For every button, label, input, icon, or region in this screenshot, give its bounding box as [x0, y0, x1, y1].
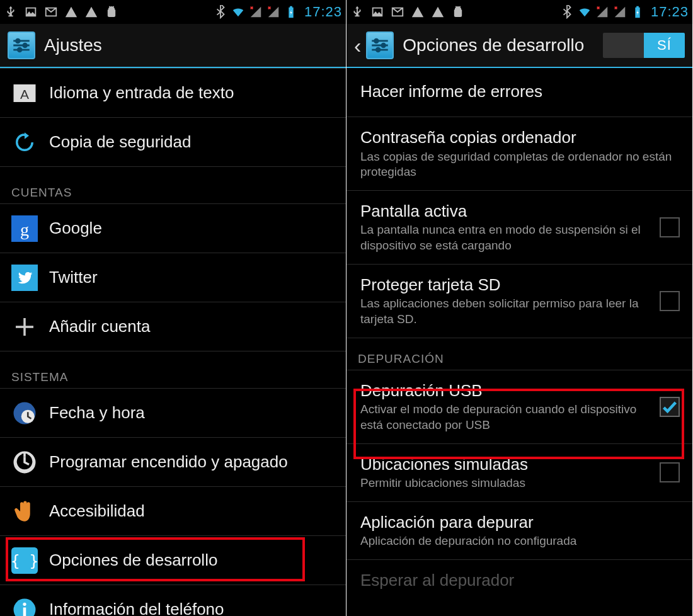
status-left-icons — [350, 5, 465, 19]
braces-icon: { } — [11, 547, 38, 574]
status-right-icons: 17:23 — [560, 4, 689, 20]
row-backup-password[interactable]: Contraseña copias ordenador Las copias d… — [346, 117, 692, 191]
settings-list[interactable]: A Idioma y entrada de texto Copia de seg… — [0, 68, 346, 616]
row-title: Hacer informe de errores — [360, 81, 680, 102]
phone-left: 17:23 Ajustes A Idioma y entrada de text… — [0, 0, 346, 616]
android-icon — [451, 5, 465, 19]
row-title: Pantalla activa — [360, 201, 652, 222]
row-add-account[interactable]: Añadir cuenta — [0, 302, 346, 351]
row-title: Depuración USB — [360, 380, 652, 401]
wifi-icon — [231, 5, 245, 19]
row-bug-report[interactable]: Hacer informe de errores — [346, 68, 692, 117]
row-dev-options[interactable]: { } Opciones de desarrollo — [0, 536, 346, 585]
row-protect-sd[interactable]: Proteger tarjeta SD Las aplicaciones deb… — [346, 265, 692, 338]
status-bar: 17:23 — [346, 0, 692, 24]
row-title: Ubicaciones simuladas — [360, 454, 652, 475]
row-phone-info[interactable]: Información del teléfono — [0, 585, 346, 616]
google-icon: g — [11, 215, 38, 242]
svg-text:{ }: { } — [11, 551, 38, 569]
keyboard-icon: A — [11, 80, 38, 106]
phone-right: 17:23 ‹ Opciones de desarrollo SÍ Hacer … — [346, 0, 693, 616]
settings-app-icon[interactable] — [366, 31, 394, 59]
row-label: Accesibilidad — [49, 501, 145, 522]
row-language-input[interactable]: A Idioma y entrada de texto — [0, 69, 346, 118]
row-twitter[interactable]: Twitter — [0, 253, 346, 302]
row-title: Esperar al depurador — [360, 570, 680, 591]
signal-no-sim-icon — [595, 5, 609, 19]
signal-no-sim-icon — [249, 5, 263, 19]
svg-rect-15 — [23, 608, 26, 617]
usb-icon — [350, 5, 364, 19]
row-debug-app[interactable]: Aplicación para depurar Aplicación de de… — [346, 502, 692, 560]
row-stay-awake[interactable]: Pantalla activa La pantalla nunca entra … — [346, 191, 692, 265]
usb-icon — [4, 5, 18, 19]
svg-point-16 — [375, 39, 379, 43]
checkbox-checked[interactable] — [660, 397, 680, 417]
signal-no-sim-icon — [266, 5, 280, 19]
section-system: SISTEMA — [0, 351, 346, 389]
clock-globe-icon — [11, 400, 38, 426]
row-wait-debugger: Esperar al depurador — [346, 560, 692, 602]
row-label: Twitter — [49, 267, 98, 288]
row-subtitle: Las aplicaciones deben solicitar permiso… — [360, 296, 652, 327]
back-icon[interactable]: ‹ — [354, 35, 361, 56]
warning-icon — [411, 5, 425, 19]
svg-point-1 — [23, 43, 27, 47]
warning-icon — [431, 5, 445, 19]
toggle-off-half — [603, 33, 644, 58]
row-accessibility[interactable]: Accesibilidad — [0, 487, 346, 536]
hand-icon — [11, 498, 38, 525]
row-label: Copia de seguridad — [49, 132, 192, 153]
row-label: Información del teléfono — [49, 599, 224, 616]
battery-charging-icon — [284, 5, 298, 19]
svg-point-2 — [18, 48, 21, 52]
master-toggle[interactable]: SÍ — [603, 33, 685, 58]
section-accounts: CUENTAS — [0, 167, 346, 204]
row-backup[interactable]: Copia de seguridad — [0, 118, 346, 167]
status-left-icons — [4, 5, 118, 19]
row-usb-debugging[interactable]: Depuración USB Activar el modo de depura… — [346, 370, 692, 444]
row-mock-locations[interactable]: Ubicaciones simuladas Permitir ubicacion… — [346, 444, 692, 502]
battery-charging-icon — [631, 5, 644, 19]
row-power-schedule[interactable]: Programar encendido y apagado — [0, 438, 346, 487]
checkbox[interactable] — [660, 217, 680, 237]
status-bar: 17:23 — [0, 0, 346, 24]
action-bar-settings: Ajustes — [0, 24, 346, 68]
wifi-icon — [578, 5, 592, 19]
bluetooth-icon — [214, 5, 227, 19]
row-label: Opciones de desarrollo — [49, 550, 217, 571]
clock: 17:23 — [651, 4, 689, 20]
action-bar-dev-options: ‹ Opciones de desarrollo SÍ — [346, 24, 692, 68]
svg-point-17 — [382, 43, 386, 47]
svg-point-0 — [16, 39, 20, 43]
row-label: Google — [49, 218, 102, 239]
row-label: Añadir cuenta — [49, 316, 150, 338]
mail-icon — [44, 5, 58, 19]
android-icon — [105, 5, 118, 19]
row-subtitle: Las copias de seguridad completas de ord… — [360, 149, 680, 180]
mail-icon — [391, 5, 404, 19]
row-title: Contraseña copias ordenador — [360, 127, 680, 148]
row-subtitle: Permitir ubicaciones simuladas — [360, 476, 652, 491]
row-label: Programar encendido y apagado — [49, 452, 288, 473]
dev-options-list[interactable]: Hacer informe de errores Contraseña copi… — [346, 68, 692, 602]
svg-point-18 — [377, 48, 381, 52]
row-label: Idioma y entrada de texto — [49, 83, 234, 104]
warning-icon — [84, 5, 98, 19]
power-clock-icon — [11, 449, 38, 476]
page-title: Ajustes — [44, 35, 338, 55]
backup-icon — [11, 129, 38, 156]
info-icon — [11, 596, 38, 616]
image-icon — [370, 5, 384, 19]
row-title: Aplicación para depurar — [360, 512, 680, 533]
svg-text:g: g — [20, 219, 29, 239]
row-google[interactable]: g Google — [0, 204, 346, 253]
row-subtitle: La pantalla nunca entra en modo de suspe… — [360, 222, 652, 253]
plus-icon — [11, 314, 38, 340]
row-date-time[interactable]: Fecha y hora — [0, 389, 346, 438]
svg-point-14 — [23, 603, 26, 606]
checkbox[interactable] — [660, 462, 680, 482]
row-subtitle: Aplicación de depuración no configurada — [360, 533, 680, 549]
checkbox[interactable] — [660, 291, 680, 311]
toggle-on-half: SÍ — [644, 33, 685, 58]
